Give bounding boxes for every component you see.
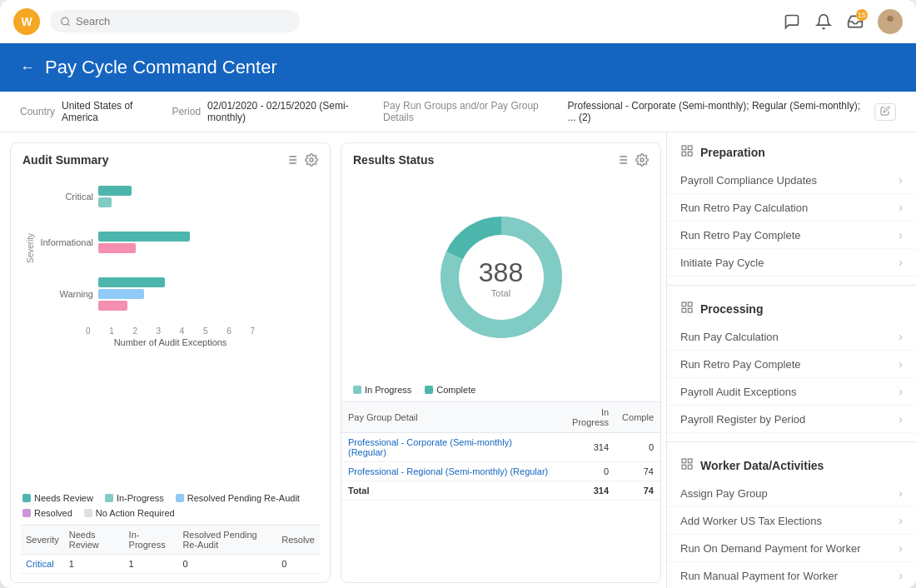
sidebar-item-retro-pay-complete[interactable]: Run Retro Pay Complete ›: [667, 222, 916, 249]
results-settings-icon[interactable]: [635, 153, 649, 167]
svg-point-16: [640, 158, 644, 162]
svg-rect-27: [682, 308, 686, 312]
resolved-cell: 0: [276, 555, 320, 574]
resolved-pending-cell: 0: [177, 555, 276, 574]
chevron-icon: ›: [899, 541, 903, 555]
pay-run-value: Professional - Corporate (Semi-monthly);…: [568, 100, 868, 123]
chevron-icon: ›: [899, 486, 903, 500]
in-progress-cell[interactable]: 1: [124, 555, 178, 574]
table-row: Professional - Corporate (Semi-monthly) …: [341, 432, 660, 461]
back-button[interactable]: ←: [20, 59, 35, 77]
col-needs-review: Needs Review: [64, 526, 124, 555]
search-icon: [60, 16, 71, 27]
legend-no-action: No Action Required: [84, 508, 175, 518]
informational-bar-1: [98, 232, 190, 242]
legend-dot-complete-results: [425, 386, 433, 394]
preparation-icon: [680, 144, 694, 160]
page-header: ← Pay Cycle Command Center: [0, 43, 916, 92]
chevron-icon: ›: [899, 201, 903, 214]
worker-data-title: Worker Data/Activities: [667, 457, 916, 480]
inbox-icon[interactable]: 15: [846, 12, 864, 31]
results-panel-icons: [615, 153, 649, 167]
sidebar-item-assign-pay-group[interactable]: Assign Pay Group ›: [667, 480, 916, 507]
sidebar-item-payroll-audit[interactable]: Payroll Audit Exceptions ›: [667, 378, 916, 406]
svg-rect-23: [682, 152, 686, 156]
col-severity: Severity: [21, 526, 64, 555]
chevron-icon: ›: [899, 256, 903, 269]
needs-review-cell[interactable]: 1: [64, 555, 124, 574]
col-complete: Comple: [615, 401, 660, 432]
legend-resolved-pending: Resolved Pending Re-Audit: [176, 493, 300, 503]
chart-legend: Needs Review In-Progress Resolved Pendin…: [11, 488, 330, 525]
critical-link[interactable]: Critical: [26, 559, 54, 569]
warning-bar-3: [98, 301, 127, 311]
svg-line-1: [67, 23, 69, 25]
donut-total-number: 388: [479, 257, 523, 287]
svg-rect-26: [688, 308, 692, 312]
table-row: Professional - Regional (Semi-monthly) (…: [341, 461, 660, 481]
chevron-icon: ›: [899, 569, 903, 582]
total-in-progress: 314: [555, 481, 615, 500]
audit-settings-icon[interactable]: [305, 153, 318, 167]
chevron-icon: ›: [899, 173, 903, 187]
right-sidebar: Preparation Payroll Compliance Updates ›…: [666, 132, 916, 588]
worker-data-icon: [680, 457, 694, 473]
col-pay-group: Pay Group Detail: [341, 401, 555, 432]
svg-rect-30: [688, 465, 692, 469]
svg-rect-22: [688, 152, 692, 156]
sidebar-item-payroll-compliance[interactable]: Payroll Compliance Updates ›: [667, 167, 916, 194]
sidebar-item-initiate-pay-cycle[interactable]: Initiate Pay Cycle ›: [667, 249, 916, 277]
bell-icon[interactable]: [814, 12, 833, 31]
results-status-panel: Results Status: [341, 142, 661, 583]
col-resolve: Resolve: [276, 526, 320, 555]
breadcrumb-edit-button[interactable]: [874, 103, 896, 121]
donut-chart-container: 388 Total: [341, 173, 660, 381]
group-name-1: Professional - Corporate (Semi-monthly) …: [341, 432, 555, 461]
svg-rect-21: [688, 146, 692, 150]
pay-run-label: Pay Run Groups and/or Pay Group Details: [383, 100, 561, 123]
total-row: Total 314 74: [341, 481, 660, 500]
period-value: 02/01/2020 - 02/15/2020 (Semi-monthly): [207, 100, 376, 123]
bar-chart: Critical Informational: [35, 173, 318, 323]
x-axis-label: Number of Audit Exceptions: [22, 336, 318, 354]
legend-dot-no-action: [84, 509, 92, 517]
sidebar-item-run-pay-calc[interactable]: Run Pay Calculation ›: [667, 323, 916, 351]
sidebar-item-run-retro-pay[interactable]: Run Retro Pay Complete ›: [667, 351, 916, 378]
warning-bar-1: [98, 277, 165, 287]
donut-chart: 388 Total: [435, 211, 568, 344]
legend-dot-resolved-pending: [176, 494, 184, 502]
results-table: Pay Group Detail In Progress Comple Prof…: [341, 401, 660, 501]
results-chart-icon[interactable]: [615, 153, 629, 167]
audit-panel-icons: [285, 153, 318, 167]
bar-row-informational: Informational: [35, 232, 318, 253]
sidebar-item-on-demand-payment[interactable]: Run On Demand Payment for Worker ›: [667, 535, 916, 562]
results-panel-title: Results Status: [353, 153, 434, 167]
chart-config-icon[interactable]: [285, 153, 298, 167]
breadcrumb-bar: Country United States of America Period …: [0, 92, 916, 132]
legend-dot-in-progress: [105, 494, 113, 502]
search-bar[interactable]: [50, 10, 300, 32]
audit-summary-table: Severity Needs Review In-Progress Resolv…: [21, 525, 320, 574]
legend-complete-results: Complete: [425, 385, 475, 395]
sidebar-item-manual-payment[interactable]: Run Manual Payment for Worker ›: [667, 562, 916, 588]
processing-section: Processing Run Pay Calculation › Run Ret…: [667, 289, 916, 438]
svg-point-2: [887, 15, 893, 21]
avatar[interactable]: [878, 9, 903, 34]
sidebar-item-payroll-register[interactable]: Payroll Register by Period ›: [667, 406, 916, 433]
processing-icon: [680, 301, 694, 316]
critical-bar-1: [98, 186, 132, 196]
panels-row: Audit Summary Severity Critical: [0, 132, 666, 588]
in-progress-2: 0: [555, 461, 615, 481]
legend-in-progress-results: In Progress: [353, 385, 411, 395]
audit-panel-title: Audit Summary: [22, 153, 108, 167]
y-axis-label: Severity: [22, 173, 35, 323]
sidebar-item-retro-pay-calc[interactable]: Run Retro Pay Calculation ›: [667, 194, 916, 222]
in-progress-1: 314: [555, 432, 615, 461]
search-input[interactable]: [76, 15, 290, 27]
sidebar-item-add-worker-tax[interactable]: Add Worker US Tax Elections ›: [667, 507, 916, 535]
chat-icon[interactable]: [783, 12, 801, 31]
audit-chart: Severity Critical: [11, 173, 330, 488]
chevron-icon: ›: [899, 357, 903, 371]
results-table-wrapper: Pay Group Detail In Progress Comple Prof…: [341, 401, 660, 583]
chevron-icon: ›: [899, 385, 903, 398]
